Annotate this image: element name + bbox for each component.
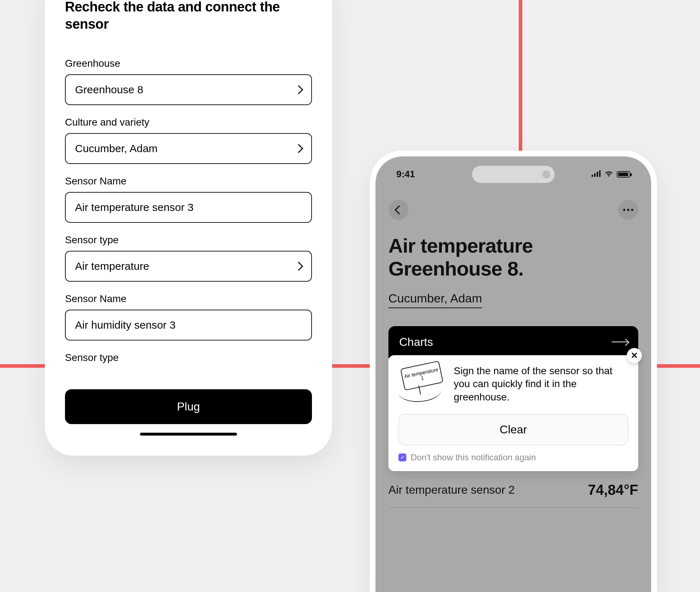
dots-icon (623, 209, 633, 211)
svg-rect-2 (597, 172, 598, 177)
field-label: Culture and variety (65, 117, 312, 128)
chevron-right-icon (294, 262, 303, 271)
page-title: Air temperature Greenhouse 8. (388, 234, 638, 281)
phone-right-screen: 9:41 Air temperature Greenhouse 8. Cucum… (375, 156, 651, 592)
chevron-right-icon (294, 85, 303, 94)
field-value: Cucumber, Adam (75, 142, 158, 155)
dont-show-label: Don't show this notification again (411, 452, 536, 462)
home-indicator[interactable] (140, 433, 237, 436)
field-label: Sensor Name (65, 175, 312, 187)
camera-icon (542, 170, 550, 178)
info-popup: ✕ Air temperature 1 Sign the name of the… (388, 355, 638, 471)
popup-text: Sign the name of the sensor so that you … (454, 365, 628, 404)
field-value: Greenhouse 8 (75, 84, 143, 96)
svg-rect-3 (599, 170, 601, 177)
field-value: Air temperature (75, 260, 149, 272)
arrow-left-icon (395, 205, 403, 214)
nav-row (388, 200, 638, 220)
field-label: Sensor type (65, 234, 312, 246)
sensor-reading-row[interactable]: Air temperature sensor 2 74,84°F (388, 482, 638, 508)
charts-link[interactable]: Charts (388, 326, 638, 358)
wifi-icon (605, 169, 613, 180)
more-button[interactable] (618, 200, 638, 220)
close-icon: ✕ (631, 351, 638, 361)
arrow-right-icon (612, 342, 627, 342)
sensor-type-select[interactable]: Air temperature (65, 251, 312, 282)
svg-rect-0 (592, 175, 593, 177)
sensor-value: 74,84°F (588, 482, 638, 498)
sign-illustration: Air temperature 1 (398, 365, 445, 404)
page-subtitle[interactable]: Cucumber, Adam (388, 291, 482, 308)
signal-icon (592, 170, 601, 179)
decor-line-vertical (519, 0, 522, 154)
field-label: Sensor Name (65, 293, 312, 305)
status-time: 9:41 (396, 169, 415, 180)
battery-icon (617, 171, 630, 178)
field-value: Air humidity sensor 3 (75, 319, 176, 331)
dont-show-row[interactable]: ✓ Don't show this notification again (398, 452, 628, 462)
phone-left: Recheck the data and connect the sensor … (45, 0, 332, 456)
sensor-name-input[interactable]: Air temperature sensor 3 (65, 192, 312, 223)
culture-select[interactable]: Cucumber, Adam (65, 133, 312, 164)
clear-button[interactable]: Clear (398, 414, 628, 445)
charts-label: Charts (399, 335, 433, 349)
sensor-name: Air temperature sensor 2 (388, 483, 515, 497)
phone-right: 9:41 Air temperature Greenhouse 8. Cucum… (370, 151, 657, 592)
form-title: Recheck the data and connect the sensor (65, 0, 312, 33)
field-value: Air temperature sensor 3 (75, 201, 193, 213)
chevron-right-icon (294, 144, 303, 153)
close-button[interactable]: ✕ (627, 348, 642, 363)
status-icons (592, 169, 630, 180)
back-button[interactable] (388, 200, 409, 220)
phone-left-screen: Recheck the data and connect the sensor … (51, 0, 326, 450)
plug-button[interactable]: Plug (65, 389, 312, 424)
dynamic-island (472, 166, 555, 183)
svg-rect-1 (594, 173, 596, 177)
field-label: Greenhouse (65, 58, 312, 69)
sensor-name-input-2[interactable]: Air humidity sensor 3 (65, 310, 312, 340)
field-label: Sensor type (65, 352, 312, 363)
greenhouse-select[interactable]: Greenhouse 8 (65, 74, 312, 105)
checkbox-checked-icon[interactable]: ✓ (398, 454, 406, 461)
